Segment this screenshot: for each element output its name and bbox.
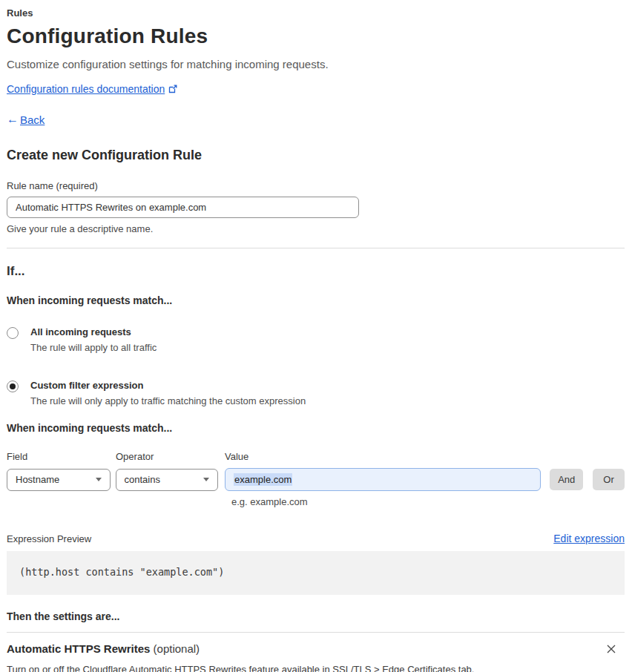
value-input[interactable]: example.com: [225, 468, 541, 491]
page-title: Configuration Rules: [7, 24, 625, 48]
close-icon[interactable]: [605, 642, 619, 656]
external-link-icon: [168, 85, 177, 93]
configuration-rules-page: Rules Configuration Rules Customize conf…: [0, 0, 632, 672]
radio-all-incoming-requests[interactable]: All incoming requests The rule will appl…: [7, 326, 625, 353]
operator-select[interactable]: contains: [116, 469, 219, 491]
radio-description: The rule will apply to all traffic: [30, 342, 157, 353]
filter-builder-row: Hostname contains example.com And Or: [7, 468, 625, 491]
then-settings-heading: Then the settings are...: [7, 610, 625, 622]
radio-button-icon[interactable]: [7, 327, 19, 339]
edit-expression-link[interactable]: Edit expression: [553, 533, 625, 544]
rule-name-input[interactable]: [7, 197, 359, 218]
match-heading: When incoming requests match...: [7, 294, 625, 306]
doc-link-row: Configuration rules documentation: [7, 83, 625, 95]
setting-title: Automatic HTTPS Rewrites (optional): [7, 642, 200, 655]
field-select[interactable]: Hostname: [7, 469, 111, 491]
field-select-value: Hostname: [16, 474, 59, 485]
breadcrumb: Rules: [7, 7, 625, 19]
documentation-link[interactable]: Configuration rules documentation: [7, 83, 165, 95]
radio-button-icon[interactable]: [7, 381, 19, 392]
setting-optional-tag: (optional): [154, 642, 200, 655]
setting-header: Automatic HTTPS Rewrites (optional): [7, 642, 625, 656]
radio-label: Custom filter expression: [30, 380, 306, 391]
expression-preview-label: Expression Preview: [7, 533, 91, 544]
radio-description: The rule will only apply to traffic matc…: [30, 395, 306, 406]
expression-code: (http.host contains "example.com"): [19, 566, 224, 578]
create-rule-heading: Create new Configuration Rule: [7, 148, 625, 163]
setting-divider: [7, 632, 625, 633]
setting-name: Automatic HTTPS Rewrites: [7, 642, 150, 655]
section-divider: [7, 248, 625, 248]
value-label: Value: [225, 451, 542, 462]
and-button[interactable]: And: [550, 469, 583, 490]
or-button[interactable]: Or: [593, 469, 625, 490]
filter-builder-labels: Field Operator Value: [7, 451, 625, 462]
expression-preview-row: Expression Preview Edit expression: [7, 533, 625, 544]
value-help-text: e.g. example.com: [231, 496, 625, 507]
if-heading: If...: [7, 264, 625, 279]
rule-name-label: Rule name (required): [7, 180, 625, 191]
page-subtitle: Customize configuration settings for mat…: [7, 58, 625, 70]
back-link[interactable]: Back: [20, 113, 45, 126]
value-input-text: example.com: [234, 473, 292, 486]
operator-label: Operator: [116, 451, 225, 462]
back-row: ← Back: [7, 113, 625, 126]
filter-builder-heading: When incoming requests match...: [7, 422, 625, 434]
chevron-down-icon: [96, 478, 102, 481]
radio-custom-filter-expression[interactable]: Custom filter expression The rule will o…: [7, 380, 625, 406]
field-label: Field: [7, 451, 116, 462]
request-match-radio-group: All incoming requests The rule will appl…: [7, 326, 625, 406]
rule-name-help: Give your rule a descriptive name.: [7, 223, 625, 234]
expression-code-block: (http.host contains "example.com"): [7, 551, 625, 595]
chevron-down-icon: [203, 478, 209, 481]
operator-select-value: contains: [125, 474, 160, 485]
radio-label: All incoming requests: [30, 326, 157, 337]
setting-description: Turn on or off the Cloudflare Automatic …: [7, 664, 625, 672]
back-arrow-icon: ←: [7, 113, 19, 126]
